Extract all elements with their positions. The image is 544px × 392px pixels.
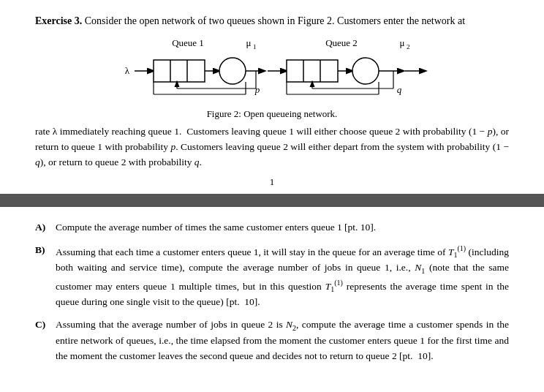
- svg-rect-8: [154, 60, 205, 82]
- page-number: 1: [35, 176, 509, 188]
- svg-text:λ: λ: [125, 65, 130, 76]
- page-top: Exercise 3. Consider the open network of…: [0, 0, 544, 188]
- svg-text:Queue 1: Queue 1: [172, 37, 204, 48]
- body-text: rate λ immediately reaching queue 1. Cus…: [35, 124, 509, 170]
- problem-b-text: Assuming that each time a customer enter…: [56, 243, 509, 310]
- network-diagram: Queue 1 μ 1 Queue 2 μ 2 λ: [89, 36, 455, 105]
- svg-text:μ: μ: [246, 37, 252, 48]
- svg-point-23: [352, 58, 379, 84]
- problem-c: C) Assuming that the average number of j…: [35, 317, 509, 364]
- svg-text:q: q: [397, 84, 402, 95]
- exercise-header: Exercise 3. Consider the open network of…: [35, 13, 509, 29]
- exercise-header-text: Consider the open network of two queues …: [85, 15, 465, 26]
- svg-text:2: 2: [407, 43, 410, 50]
- problem-a-label: A): [35, 220, 56, 235]
- problem-b-label: B): [35, 243, 56, 258]
- problem-a: A) Compute the average number of times t…: [35, 220, 509, 235]
- problem-c-label: C): [35, 317, 56, 333]
- svg-point-12: [219, 58, 246, 84]
- figure-caption: Figure 2: Open queueing network.: [207, 108, 338, 120]
- page-bottom: A) Compute the average number of times t…: [0, 210, 544, 382]
- problem-c-text: Assuming that the average number of jobs…: [56, 317, 509, 364]
- section-divider: [0, 194, 544, 207]
- svg-text:μ: μ: [400, 37, 405, 48]
- figure-container: Queue 1 μ 1 Queue 2 μ 2 λ: [35, 36, 509, 120]
- problem-a-text: Compute the average number of times the …: [56, 220, 509, 235]
- problem-b: B) Assuming that each time a customer en…: [35, 243, 509, 310]
- svg-text:p: p: [254, 84, 260, 95]
- svg-text:1: 1: [253, 43, 257, 50]
- exercise-label: Exercise 3.: [35, 15, 82, 26]
- svg-text:Queue 2: Queue 2: [325, 37, 358, 48]
- svg-rect-19: [287, 60, 338, 82]
